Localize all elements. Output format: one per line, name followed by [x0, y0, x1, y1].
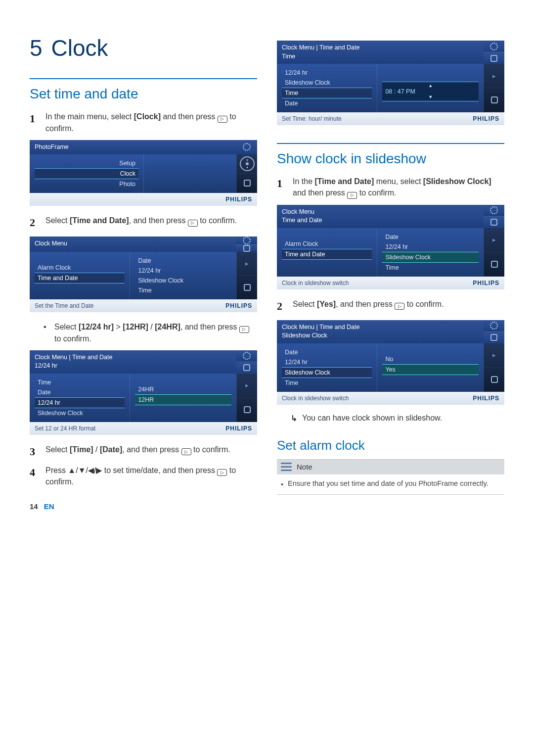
status-text: Set 12 or 24 HR format [35, 425, 95, 432]
menu-item: Alarm Clock [35, 263, 125, 273]
step-2: 2 Select [Time and Date], and then press… [30, 215, 257, 231]
shot-title: PhotoFrame [30, 140, 236, 155]
brand-label: PHILIPS [473, 395, 499, 402]
menu-item: Slideshow Clock [135, 276, 231, 285]
menu-item: 12/24 hr [135, 266, 231, 276]
menu-item: Slideshow Clock [282, 78, 372, 88]
step-body: Select [Time] / [Date], and then press t… [45, 444, 257, 460]
gear-icon [484, 41, 504, 52]
divider [277, 143, 504, 144]
brand-label: PHILIPS [225, 302, 252, 309]
home-icon [484, 52, 504, 64]
home-icon [484, 332, 504, 343]
play-icon [181, 448, 191, 455]
menu-item-selected: Time [282, 88, 372, 98]
menu-item: Time [135, 285, 231, 295]
section-set-time-date: Set time and date [30, 86, 257, 102]
shot-breadcrumb: Clock Menu | Time and Date [282, 44, 359, 51]
shot-breadcrumb: Clock Menu | Time and Date [282, 324, 359, 331]
chapter-heading: 5 Clock [30, 35, 257, 61]
shot-title: Clock Menu [282, 208, 314, 215]
menu-item: 24HR [135, 384, 231, 394]
time-value: 08 : 47 PM [385, 88, 415, 95]
section-show-clock-slideshow: Show clock in slideshow [277, 151, 504, 167]
step-number: 3 [30, 444, 39, 460]
page-language: EN [44, 502, 54, 511]
home-icon [484, 217, 504, 228]
home-icon [236, 362, 257, 374]
menu-item-selected: 12HR [135, 394, 231, 405]
step-4: 4 Press ▲/▼/◀/▶ to set time/date, and th… [30, 465, 257, 488]
section-set-alarm-clock: Set alarm clock [277, 438, 504, 453]
gear-icon [484, 320, 504, 332]
shot-subtitle: Slideshow Clock [282, 331, 479, 340]
screenshot-time: Clock Menu | Time and Date Time 12/24 hr… [277, 41, 504, 125]
menu-item: Time [282, 378, 372, 388]
shot-title: Clock Menu [30, 236, 236, 252]
play-icon [188, 220, 198, 227]
gear-icon [484, 205, 504, 217]
brand-label: PHILIPS [225, 425, 252, 432]
brand-label: PHILIPS [473, 115, 499, 122]
bullet-text: Select [12/24 hr] > [12HR] / [24HR], and… [54, 321, 257, 344]
status-text: Set the Time and Date [35, 302, 93, 309]
menu-item-selected: Yes [382, 364, 479, 375]
step-1: 1 In the [Time and Date] menu, select [S… [277, 176, 504, 199]
play-icon [239, 326, 249, 333]
side-icon: ▸ [484, 228, 504, 252]
side-icon: ▸ [484, 343, 504, 368]
step-2: 2 Select [Yes], and then press to confir… [277, 298, 504, 314]
menu-item-selected: Time and Date [35, 273, 125, 284]
menu-item: Date [282, 98, 372, 108]
home-icon [236, 245, 257, 252]
home-icon [237, 276, 257, 299]
triangle-down-icon: ▼ [385, 95, 476, 99]
step-number: 1 [30, 111, 39, 134]
shot-subtitle: Time [282, 52, 479, 61]
brand-label: PHILIPS [225, 196, 252, 203]
menu-item: Slideshow Clock [35, 408, 125, 418]
step-body: In the main menu, select [Clock] and the… [45, 111, 257, 134]
shot-subtitle: 12/24 hr [35, 362, 231, 371]
note-block: Note • Ensure that you set time and date… [277, 459, 504, 495]
chapter-number: 5 [30, 35, 43, 61]
menu-item: 12/24 hr [282, 68, 372, 78]
sub-bullet: • Select [12/24 hr] > [12HR] / [24HR], a… [44, 321, 257, 344]
dpad-icon [237, 154, 257, 174]
step-body: Select [Time and Date], and then press t… [45, 215, 257, 231]
bullet-mark: • [281, 479, 284, 488]
play-icon [395, 303, 404, 310]
home-icon [237, 174, 257, 193]
note-label: Note [297, 463, 312, 471]
home-icon [237, 398, 257, 422]
result-line: ↳ You can have clock shown in slideshow. [291, 414, 504, 423]
menu-item: Time [35, 378, 125, 387]
shot-subtitle: Time and Date [282, 216, 479, 225]
step-number: 2 [277, 298, 286, 314]
menu-item: 12/24 hr [382, 242, 479, 252]
play-icon [217, 469, 227, 476]
step-body: In the [Time and Date] menu, select [Sli… [293, 176, 504, 199]
side-icon: ▸ [237, 374, 257, 398]
status-text: Clock in slideshow switch [282, 280, 349, 286]
menu-item: 12/24 hr [282, 357, 372, 367]
menu-item-selected: Clock [35, 168, 138, 179]
status-text: Clock in slideshow switch [282, 395, 349, 402]
gear-icon [236, 140, 257, 155]
step-number: 1 [277, 176, 286, 199]
home-icon [484, 368, 504, 392]
home-icon [484, 252, 504, 277]
chapter-title: Clock [51, 35, 108, 61]
menu-item: No [382, 354, 479, 364]
shot-breadcrumb: Clock Menu | Time and Date [35, 354, 112, 361]
play-icon [218, 116, 227, 123]
play-icon [347, 192, 357, 199]
gear-icon [236, 236, 257, 245]
screenshot-clockmenu: Clock Menu Alarm Clock Time and Date Dat… [30, 236, 257, 312]
menu-item-selected: Slideshow Clock [382, 252, 479, 263]
side-icon: ▸ [484, 64, 504, 88]
step-body: Select [Yes], and then press to confirm. [293, 298, 504, 314]
triangle-up-icon: ▲ [385, 84, 476, 88]
status-text: Set Time: hour/ minute [282, 115, 342, 122]
time-value-cell: ▲ 08 : 47 PM ▼ [382, 82, 479, 101]
